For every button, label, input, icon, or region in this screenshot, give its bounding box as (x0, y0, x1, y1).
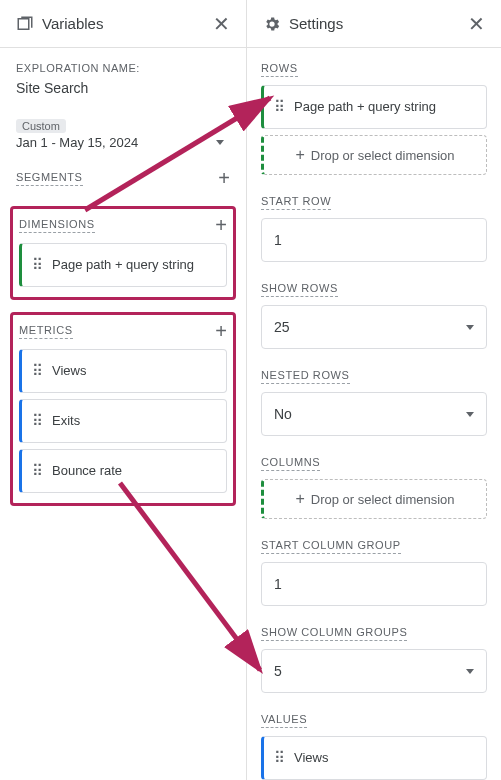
show-column-groups-value: 5 (274, 663, 282, 679)
rows-section: ROWS Page path + query string + Drop or … (261, 62, 487, 175)
date-range-picker[interactable]: Custom Jan 1 - May 15, 2024 (16, 118, 230, 150)
start-column-label: START COLUMN GROUP (261, 539, 401, 554)
drag-handle-icon (274, 104, 284, 111)
variables-title: Variables (42, 15, 203, 32)
add-metric-button[interactable]: + (215, 321, 227, 341)
drag-handle-icon (32, 262, 42, 269)
values-label: VALUES (261, 713, 307, 728)
metric-chip-label: Bounce rate (52, 463, 122, 479)
metric-chip[interactable]: Exits (19, 399, 227, 443)
dimension-chip[interactable]: Page path + query string (19, 243, 227, 287)
value-chip[interactable]: Views (261, 736, 487, 780)
plus-icon: + (295, 146, 304, 164)
show-rows-value: 25 (274, 319, 290, 335)
dimensions-section: DIMENSIONS + (19, 215, 227, 235)
drag-handle-icon (32, 368, 42, 375)
columns-label: COLUMNS (261, 456, 320, 471)
exploration-name-label: EXPLORATION NAME: (16, 62, 230, 74)
dropzone-text: Drop or select dimension (311, 148, 455, 163)
metric-chip[interactable]: Bounce rate (19, 449, 227, 493)
start-column-input[interactable] (261, 562, 487, 606)
dimensions-label: DIMENSIONS (19, 218, 95, 233)
close-variables-button[interactable]: ✕ (211, 12, 232, 36)
metrics-section: METRICS + (19, 321, 227, 341)
add-segment-button[interactable]: + (218, 168, 230, 188)
variables-icon (16, 15, 34, 33)
dimensions-highlight: DIMENSIONS + Page path + query string (10, 206, 236, 300)
chevron-down-icon (466, 669, 474, 674)
metric-chip-label: Exits (52, 413, 80, 429)
segments-section: SEGMENTS + (16, 168, 230, 188)
metric-chip[interactable]: Views (19, 349, 227, 393)
nested-rows-section: NESTED ROWS No (261, 369, 487, 436)
show-column-groups-section: SHOW COLUMN GROUPS 5 (261, 626, 487, 693)
nested-rows-label: NESTED ROWS (261, 369, 350, 384)
values-section: VALUES Views Exits Bounce rate (261, 713, 487, 780)
date-range-text: Jan 1 - May 15, 2024 (16, 135, 138, 150)
date-range-type: Custom (16, 119, 66, 133)
show-column-groups-select[interactable]: 5 (261, 649, 487, 693)
settings-title: Settings (289, 15, 458, 32)
start-row-section: START ROW (261, 195, 487, 262)
segments-label: SEGMENTS (16, 171, 83, 186)
dropzone-text: Drop or select dimension (311, 492, 455, 507)
close-settings-button[interactable]: ✕ (466, 12, 487, 36)
settings-header: Settings ✕ (247, 0, 501, 48)
start-row-input[interactable] (261, 218, 487, 262)
settings-body: ROWS Page path + query string + Drop or … (247, 48, 501, 780)
dimension-chip-label: Page path + query string (52, 257, 194, 273)
nested-rows-value: No (274, 406, 292, 422)
variables-header: Variables ✕ (0, 0, 246, 48)
drag-handle-icon (274, 755, 284, 762)
exploration-name-input[interactable]: Site Search (16, 80, 230, 96)
show-rows-select[interactable]: 25 (261, 305, 487, 349)
value-chip-label: Views (294, 750, 328, 766)
metrics-label: METRICS (19, 324, 73, 339)
variables-body: EXPLORATION NAME: Site Search Custom Jan… (0, 48, 246, 780)
chevron-down-icon (466, 325, 474, 330)
chevron-down-icon (466, 412, 474, 417)
nested-rows-select[interactable]: No (261, 392, 487, 436)
show-rows-section: SHOW ROWS 25 (261, 282, 487, 349)
metrics-highlight: METRICS + Views Exits Bounce rate (10, 312, 236, 506)
variables-panel: Variables ✕ EXPLORATION NAME: Site Searc… (0, 0, 247, 780)
rows-label: ROWS (261, 62, 298, 77)
columns-dropzone[interactable]: + Drop or select dimension (261, 479, 487, 519)
row-chip[interactable]: Page path + query string (261, 85, 487, 129)
start-column-section: START COLUMN GROUP (261, 539, 487, 606)
settings-panel: Settings ✕ ROWS Page path + query string… (247, 0, 501, 780)
chevron-down-icon (216, 140, 224, 145)
plus-icon: + (295, 490, 304, 508)
row-chip-label: Page path + query string (294, 99, 436, 115)
metric-chip-label: Views (52, 363, 86, 379)
drag-handle-icon (32, 418, 42, 425)
show-rows-label: SHOW ROWS (261, 282, 338, 297)
add-dimension-button[interactable]: + (215, 215, 227, 235)
show-column-groups-label: SHOW COLUMN GROUPS (261, 626, 407, 641)
columns-section: COLUMNS + Drop or select dimension (261, 456, 487, 519)
start-row-label: START ROW (261, 195, 331, 210)
rows-dropzone[interactable]: + Drop or select dimension (261, 135, 487, 175)
gear-icon (263, 15, 281, 33)
drag-handle-icon (32, 468, 42, 475)
